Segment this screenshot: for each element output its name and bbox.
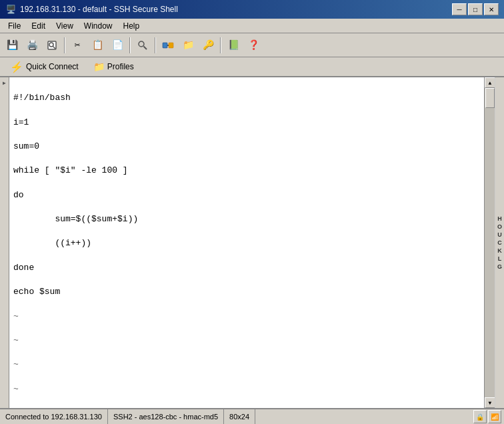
line-8: done — [13, 262, 480, 274]
main-area: ▶ #!/bin/bash i=1 sum=0 while [ "$i" -le… — [0, 77, 504, 408]
encryption-text: SSH2 - aes128-cbc - hmac-md5 — [113, 413, 218, 421]
left-gutter: ▶ — [0, 77, 9, 408]
svg-rect-6 — [169, 43, 173, 48]
cut-button[interactable]: ✂️ — [68, 36, 87, 55]
quickconnect-bar: ⚡ Quick Connect 📁 Profiles — [0, 57, 504, 77]
scroll-track[interactable] — [485, 88, 495, 397]
line-4: while [ "$i" -le 100 ] — [13, 165, 480, 177]
quick-connect-label: Quick Connect — [26, 62, 79, 71]
copy-button[interactable]: 📋 — [88, 36, 107, 55]
rp-G: G — [497, 263, 502, 270]
tilde-5: ~ — [13, 407, 480, 408]
right-panel: H O U C K L G — [495, 77, 504, 408]
connection-text: Connected to 192.168.31.130 — [5, 413, 102, 421]
paste-button[interactable]: 📄 — [108, 36, 127, 55]
menu-window[interactable]: Window — [79, 20, 118, 32]
line-3: sum=0 — [13, 141, 480, 153]
status-bar: Connected to 192.168.31.130 SSH2 - aes12… — [0, 408, 504, 424]
line-2: i=1 — [13, 117, 480, 129]
print-button[interactable]: 🖨️ — [23, 36, 41, 55]
line-7: ((i++)) — [13, 237, 480, 249]
profiles-icon: 📁 — [93, 61, 105, 72]
title-bar-left: 🖥️ 192.168.31.130 - default - SSH Secure… — [5, 4, 178, 15]
size-text: 80x24 — [229, 413, 249, 421]
status-icon-2[interactable]: 📶 — [488, 410, 501, 423]
svg-rect-5 — [163, 43, 167, 48]
app-icon: 🖥️ — [5, 4, 16, 15]
book-button[interactable]: 📗 — [224, 36, 243, 55]
line-6: sum=$(($sum+$i)) — [13, 213, 480, 225]
rp-L: L — [498, 255, 502, 262]
left-gutter-marker: ▶ — [1, 80, 7, 86]
menu-bar: File Edit View Window Help — [0, 19, 504, 33]
tilde-3: ~ — [13, 359, 480, 371]
rp-O: O — [497, 223, 502, 230]
terminal-content[interactable]: #!/bin/bash i=1 sum=0 while [ "$i" -le 1… — [9, 77, 484, 408]
find-button[interactable] — [133, 36, 152, 55]
scroll-thumb[interactable] — [485, 88, 495, 108]
tilde-2: ~ — [13, 335, 480, 347]
toolbar-separator-2 — [129, 37, 131, 53]
window-title: 192.168.31.130 - default - SSH Secure Sh… — [20, 5, 178, 14]
status-connection: Connected to 192.168.31.130 — [0, 409, 108, 424]
menu-view[interactable]: View — [51, 20, 79, 32]
status-icon-1[interactable]: 🔒 — [473, 410, 487, 423]
toolbar: 💾 🖨️ ✂️ 📋 📄 📁 🔑 📗 ❓ — [0, 33, 504, 57]
scroll-up-button[interactable]: ▲ — [485, 77, 495, 88]
profiles-toolbar-button[interactable]: 📁 — [179, 36, 197, 55]
line-5: do — [13, 189, 480, 201]
close-button[interactable]: ✕ — [484, 3, 499, 15]
menu-file[interactable]: File — [3, 20, 26, 32]
status-encryption: SSH2 - aes128-cbc - hmac-md5 — [108, 409, 224, 424]
minimize-button[interactable]: ─ — [452, 3, 467, 15]
tilde-1: ~ — [13, 311, 480, 323]
status-icons: 🔒 📶 — [473, 410, 504, 423]
print-preview-button[interactable] — [43, 36, 61, 55]
status-size: 80x24 — [224, 409, 255, 424]
scroll-down-button[interactable]: ▼ — [485, 397, 495, 408]
key-button[interactable]: 🔑 — [199, 36, 217, 55]
toolbar-separator-4 — [220, 37, 221, 53]
quick-connect-icon: ⚡ — [10, 61, 23, 73]
title-bar-controls[interactable]: ─ □ ✕ — [452, 3, 499, 15]
svg-point-3 — [139, 41, 144, 47]
profiles-button[interactable]: 📁 Profiles — [87, 59, 140, 74]
title-bar: 🖥️ 192.168.31.130 - default - SSH Secure… — [0, 0, 504, 19]
toolbar-separator-1 — [64, 37, 65, 53]
profiles-label: Profiles — [107, 62, 134, 71]
quick-connect-button[interactable]: ⚡ Quick Connect — [4, 59, 85, 75]
vertical-scrollbar[interactable]: ▲ ▼ — [484, 77, 495, 408]
rp-U: U — [497, 231, 502, 238]
rp-C: C — [497, 239, 502, 246]
save-button[interactable]: 💾 — [3, 36, 21, 55]
tilde-4: ~ — [13, 383, 480, 395]
rp-H: H — [497, 215, 502, 222]
line-9: echo $sum — [13, 286, 480, 298]
line-1: #!/bin/bash — [13, 92, 480, 104]
menu-edit[interactable]: Edit — [26, 20, 51, 32]
svg-line-4 — [144, 46, 147, 49]
connect-button[interactable] — [159, 36, 177, 55]
menu-help[interactable]: Help — [118, 20, 145, 32]
maximize-button[interactable]: □ — [468, 3, 483, 15]
rp-K: K — [497, 247, 502, 254]
help-button[interactable]: ❓ — [244, 36, 263, 55]
toolbar-separator-3 — [155, 37, 156, 53]
